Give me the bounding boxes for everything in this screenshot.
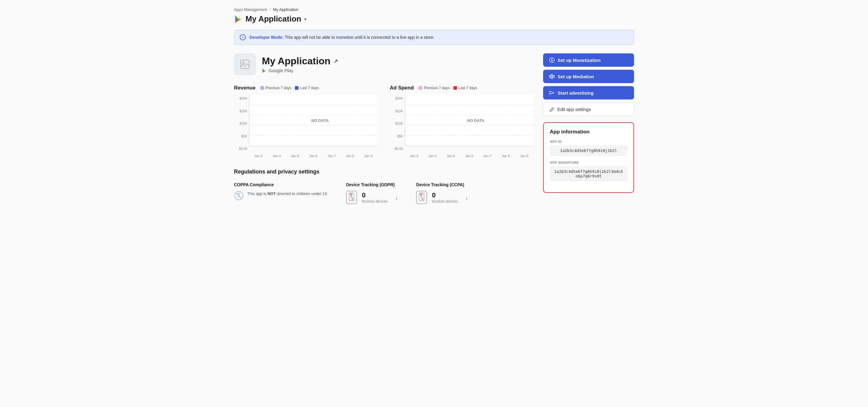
external-link-icon[interactable]: ↗ bbox=[333, 58, 338, 65]
right-panel: $ Set up Monetization Set up Mediation bbox=[543, 53, 634, 204]
y-label-5k: $5K bbox=[234, 134, 247, 138]
ccpa-title: Device Tracking (CCPA) bbox=[416, 182, 468, 187]
ad-x-jan6: Jan 6 bbox=[465, 154, 473, 158]
revenue-x-labels: Jan 3 Jan 4 Jan 5 Jan 6 Jan 7 Jan 8 Jan … bbox=[234, 154, 378, 158]
app-name-large: My Application ↗ bbox=[262, 56, 338, 67]
gdpr-tracking-row: 0 blocked devices ↓ bbox=[346, 191, 398, 204]
revenue-chart-title: Revenue bbox=[234, 85, 255, 91]
advertising-icon bbox=[549, 90, 555, 95]
google-play-small-icon bbox=[262, 68, 267, 73]
revenue-chart: Revenue Previous 7 days Last 7 days bbox=[234, 85, 378, 158]
ad-spend-chart-area: $20K $15K $10K $5K $0.00 NO DATA bbox=[390, 95, 533, 152]
revenue-x-jan4: Jan 4 bbox=[273, 154, 281, 158]
ccpa-download-icon[interactable]: ↓ bbox=[465, 194, 468, 201]
setup-monetization-button[interactable]: $ Set up Monetization bbox=[543, 53, 634, 67]
revenue-chart-header: Revenue Previous 7 days Last 7 days bbox=[234, 85, 378, 91]
platform-name: Google Play bbox=[269, 68, 293, 73]
revenue-x-jan5: Jan 5 bbox=[291, 154, 299, 158]
svg-rect-24 bbox=[551, 74, 553, 79]
ad-spend-chart-header: Ad Spend Previous 7 days Last 7 days bbox=[390, 85, 533, 91]
left-panel: My Application ↗ Google Play bbox=[234, 53, 533, 204]
app-header-row: My Application ↗ Google Play bbox=[234, 53, 533, 75]
ad-y-label-10k: $10K bbox=[390, 122, 403, 125]
svg-point-5 bbox=[243, 62, 244, 64]
gdpr-download-icon[interactable]: ↓ bbox=[395, 194, 398, 201]
revenue-last-dot bbox=[295, 86, 299, 90]
mediation-button-label: Set up Mediation bbox=[558, 74, 594, 79]
revenue-x-jan7: Jan 7 bbox=[328, 154, 336, 158]
setup-mediation-button[interactable]: Set up Mediation bbox=[543, 70, 634, 83]
app-name-text: My Application bbox=[262, 56, 330, 67]
coppa-row: This app is NOT directed to children und… bbox=[234, 191, 328, 202]
gdpr-device-icon bbox=[346, 191, 357, 204]
ad-y-label-5k: $5K bbox=[390, 134, 403, 138]
privacy-grid: COPPA Compliance bbox=[234, 182, 533, 204]
svg-point-20 bbox=[421, 199, 422, 200]
revenue-legend: Previous 7 days Last 7 days bbox=[260, 86, 319, 90]
ad-spend-prev-label: Previous 7 days bbox=[424, 86, 450, 90]
app-title-row: My Application ▾ bbox=[234, 14, 634, 24]
revenue-x-jan9: Jan 9 bbox=[364, 154, 372, 158]
charts-row: Revenue Previous 7 days Last 7 days bbox=[234, 85, 533, 158]
banner-body-text: This app will not be able to monetize un… bbox=[285, 35, 434, 40]
page-title: My Application bbox=[246, 14, 301, 24]
google-play-icon bbox=[234, 15, 243, 23]
breadcrumb: Apps Management / My Application bbox=[234, 7, 634, 12]
ad-spend-x-labels: Jan 3 Jan 4 Jan 5 Jan 6 Jan 7 Jan 8 Jan … bbox=[390, 154, 533, 158]
ad-spend-chart-title: Ad Spend bbox=[390, 85, 414, 91]
app-id-label: APP ID bbox=[550, 140, 627, 143]
y-label-10k: $10K bbox=[234, 122, 247, 125]
revenue-prev-label: Previous 7 days bbox=[266, 86, 291, 90]
revenue-last-label: Last 7 days bbox=[300, 86, 318, 90]
app-information-card: App information APP ID 1a2b3c4d5e6f7g8h9… bbox=[543, 122, 634, 193]
ad-spend-no-data: NO DATA bbox=[467, 118, 484, 122]
ad-y-label-0: $0.00 bbox=[390, 147, 403, 150]
info-icon: i bbox=[240, 34, 246, 40]
revenue-prev-dot bbox=[260, 86, 264, 90]
edit-app-settings-button[interactable]: Edit app settings bbox=[543, 103, 634, 116]
gdpr-blocked-label: blocked devices bbox=[362, 199, 388, 204]
revenue-no-data: NO DATA bbox=[311, 118, 329, 122]
monetization-icon: $ bbox=[549, 57, 555, 63]
svg-rect-4 bbox=[241, 60, 249, 68]
coppa-icon bbox=[234, 191, 244, 202]
developer-mode-banner: i Developer Mode: This app will not be a… bbox=[234, 30, 634, 45]
ad-spend-last-dot bbox=[454, 86, 457, 90]
app-name-section: My Application ↗ Google Play bbox=[262, 56, 338, 73]
dev-mode-label: Developer Mode: bbox=[249, 35, 284, 40]
ad-spend-last-label: Last 7 days bbox=[459, 86, 477, 90]
revenue-x-jan3: Jan 3 bbox=[254, 154, 262, 158]
action-buttons: $ Set up Monetization Set up Mediation bbox=[543, 53, 634, 116]
gdpr-item: Device Tracking (GDPR) bbox=[346, 182, 398, 204]
ad-x-jan5: Jan 5 bbox=[447, 154, 455, 158]
gdpr-title: Device Tracking (GDPR) bbox=[346, 182, 398, 187]
gdpr-blocked-number: 0 bbox=[362, 192, 388, 199]
y-label-15k: $15K bbox=[234, 109, 247, 113]
revenue-chart-area: $20K $15K $10K $5K $0.00 NO DATA bbox=[234, 95, 378, 152]
ad-x-jan7: Jan 7 bbox=[484, 154, 492, 158]
mediation-icon bbox=[549, 74, 555, 79]
title-dropdown-chevron[interactable]: ▾ bbox=[304, 17, 306, 22]
y-label-20k: $20K bbox=[234, 96, 247, 100]
app-info-card-title: App information bbox=[550, 129, 627, 135]
breadcrumb-parent[interactable]: Apps Management bbox=[234, 7, 267, 12]
svg-rect-23 bbox=[550, 75, 551, 78]
edit-settings-button-label: Edit app settings bbox=[557, 107, 591, 112]
ccpa-tracking-row: 0 blocked devices ↓ bbox=[416, 191, 468, 204]
revenue-x-jan6: Jan 6 bbox=[309, 154, 318, 158]
app-icon-placeholder bbox=[234, 53, 256, 75]
app-id-value: 1a2b3c4d5e6f7g8h9i0j1k2l bbox=[550, 145, 627, 156]
svg-point-12 bbox=[238, 193, 240, 195]
ccpa-blocked-count: 0 blocked devices bbox=[432, 192, 458, 204]
svg-rect-25 bbox=[553, 75, 554, 78]
main-content: My Application ↗ Google Play bbox=[234, 53, 634, 204]
ccpa-blocked-number: 0 bbox=[432, 192, 458, 199]
regulations-section: Regulations and privacy settings COPPA C… bbox=[234, 169, 533, 204]
ccpa-item: Device Tracking (CCPA) bbox=[416, 182, 468, 204]
ad-x-jan4: Jan 4 bbox=[428, 154, 436, 158]
start-advertising-button[interactable]: Start advertising bbox=[543, 86, 634, 99]
ad-spend-legend: Previous 7 days Last 7 days bbox=[418, 86, 477, 90]
coppa-title: COPPA Compliance bbox=[234, 182, 328, 187]
ad-x-jan8: Jan 8 bbox=[502, 154, 510, 158]
revenue-y-labels: $20K $15K $10K $5K $0.00 bbox=[234, 95, 247, 152]
